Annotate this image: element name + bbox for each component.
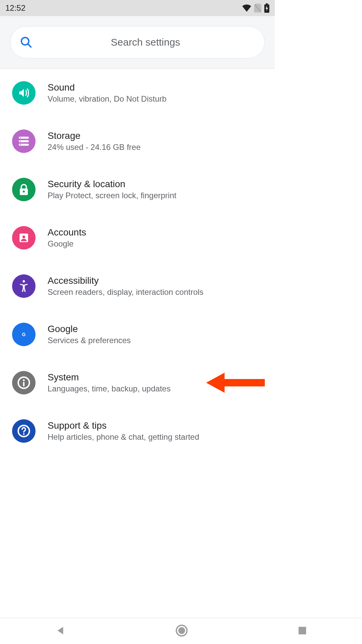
item-title: Accounts xyxy=(48,227,86,238)
settings-item-accounts[interactable]: Accounts Google xyxy=(0,214,275,262)
item-title: Security & location xyxy=(48,179,176,190)
svg-point-8 xyxy=(20,137,21,138)
settings-item-system[interactable]: System Languages, time, backup, updates xyxy=(0,359,275,407)
item-subtitle: Google xyxy=(48,239,86,249)
item-subtitle: Volume, vibration, Do Not Disturb xyxy=(48,94,167,104)
svg-rect-18 xyxy=(23,382,24,386)
item-subtitle: Languages, time, backup, updates xyxy=(48,384,171,393)
item-subtitle: Help articles, phone & chat, getting sta… xyxy=(48,432,199,442)
status-icons xyxy=(242,3,269,13)
item-subtitle: Services & preferences xyxy=(48,336,131,345)
svg-marker-19 xyxy=(206,373,265,393)
svg-point-15 xyxy=(22,280,25,282)
item-subtitle: Screen readers, display, interaction con… xyxy=(48,287,203,297)
settings-item-support[interactable]: Support & tips Help articles, phone & ch… xyxy=(0,407,275,455)
svg-point-17 xyxy=(23,379,24,381)
item-title: System xyxy=(48,372,171,383)
search-container: Search settings xyxy=(0,16,275,69)
lock-icon xyxy=(12,178,36,201)
account-icon xyxy=(12,226,36,250)
settings-item-accessibility[interactable]: Accessibility Screen readers, display, i… xyxy=(0,262,275,310)
item-title: Storage xyxy=(48,130,141,141)
svg-point-14 xyxy=(22,235,25,238)
settings-item-google[interactable]: G Google Services & preferences xyxy=(0,310,275,359)
svg-line-4 xyxy=(28,44,31,47)
item-title: Support & tips xyxy=(48,420,199,431)
settings-item-security[interactable]: Security & location Play Protect, screen… xyxy=(0,165,275,214)
svg-point-10 xyxy=(20,144,21,145)
settings-list: Sound Volume, vibration, Do Not Disturb … xyxy=(0,69,275,455)
annotation-arrow-icon xyxy=(206,371,265,394)
wifi-icon xyxy=(242,4,251,12)
item-subtitle: Play Protect, screen lock, fingerprint xyxy=(48,191,176,200)
settings-item-storage[interactable]: Storage 24% used - 24.16 GB free xyxy=(0,117,275,165)
search-icon xyxy=(20,36,33,49)
storage-icon xyxy=(12,129,36,153)
svg-point-9 xyxy=(20,141,21,142)
info-icon xyxy=(12,371,36,394)
search-placeholder: Search settings xyxy=(36,37,255,48)
battery-charging-icon xyxy=(264,3,269,13)
svg-rect-1 xyxy=(266,3,268,4)
status-time: 12:52 xyxy=(5,3,25,13)
item-title: Accessibility xyxy=(48,275,203,286)
search-settings[interactable]: Search settings xyxy=(10,26,265,58)
svg-point-21 xyxy=(23,433,25,435)
svg-point-12 xyxy=(23,191,25,193)
status-bar: 12:52 xyxy=(0,0,275,16)
help-icon xyxy=(12,419,36,443)
item-title: Google xyxy=(48,324,131,334)
settings-item-sound[interactable]: Sound Volume, vibration, Do Not Disturb xyxy=(0,69,275,117)
item-subtitle: 24% used - 24.16 GB free xyxy=(48,143,141,152)
google-icon: G xyxy=(12,323,36,346)
sound-icon xyxy=(12,81,36,105)
item-title: Sound xyxy=(48,82,167,93)
accessibility-icon xyxy=(12,274,36,298)
no-sim-icon xyxy=(254,4,261,12)
